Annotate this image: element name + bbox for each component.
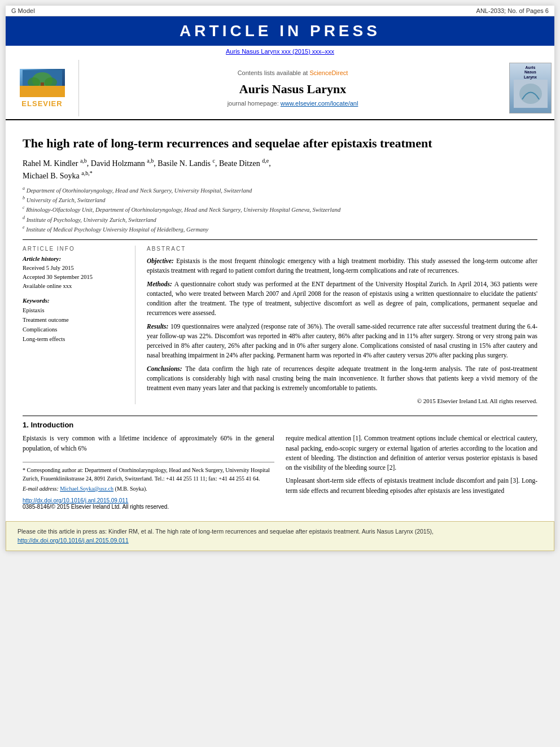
conclusions-label: Conclusions:	[147, 365, 185, 372]
journal-center: Contents lists available at ScienceDirec…	[79, 60, 506, 116]
methods-text: A questionnaire cohort study was perform…	[147, 281, 537, 317]
g-model-label: G Model	[11, 7, 35, 14]
abstract-heading: ABSTRACT	[147, 246, 537, 252]
elsevier-text: ELSEVIER	[21, 99, 62, 108]
footnotes-area: * Corresponding author at: Department of…	[23, 462, 274, 493]
received-date: Received 5 July 2015	[23, 264, 126, 273]
svg-point-4	[28, 77, 40, 88]
article-info-heading: ARTICLE INFO	[23, 246, 126, 252]
citation-link[interactable]: http://dx.doi.org/10.1016/j.anl.2015.09.…	[18, 537, 129, 544]
methods-label: Methods:	[147, 281, 174, 287]
keywords-section: Keywords: Epistaxis Treatment outcome Co…	[23, 297, 126, 344]
thumb-title: AurisNasusLarynx	[524, 65, 537, 80]
journal-thumb-box: AurisNasusLarynx	[509, 63, 552, 113]
accepted-date: Accepted 30 September 2015	[23, 273, 126, 282]
abstract-col: ABSTRACT Objective: Epistaxis is the mos…	[147, 246, 537, 404]
page: G Model ANL-2033; No. of Pages 6 ARTICLE…	[6, 6, 554, 551]
intro-left-col: Epistaxis is very common with a lifetime…	[23, 434, 274, 510]
svg-point-7	[519, 84, 542, 104]
results-label: Results:	[147, 323, 170, 330]
article-in-press-text: ARTICLE IN PRESS	[180, 22, 380, 40]
journal-thumbnail: AurisNasusLarynx	[506, 60, 554, 116]
results-text: 109 questionnaires were analyzed (respon…	[147, 323, 537, 359]
keyword-complications: Complications	[23, 325, 126, 335]
intro-right-para-2: Unpleasant short-term side effects of ep…	[286, 476, 537, 496]
introduction-section: 1. Introduction Epistaxis is very common…	[23, 416, 537, 510]
conclusions-text: The data confirm the high rate of recurr…	[147, 365, 537, 392]
article-content: The high rate of long-term recurrences a…	[6, 120, 554, 516]
article-title: The high rate of long-term recurrences a…	[23, 136, 537, 152]
homepage-url[interactable]: www.elsevier.com/locate/anl	[281, 100, 358, 107]
science-direct-link[interactable]: ScienceDirect	[309, 69, 348, 76]
g-model-bar: G Model ANL-2033; No. of Pages 6	[6, 6, 554, 16]
abstract-methods: Methods: A questionnaire cohort study wa…	[147, 279, 537, 318]
bottom-links: http://dx.doi.org/10.1016/j.anl.2015.09.…	[23, 497, 274, 510]
svg-point-5	[45, 77, 57, 88]
divider-1	[23, 239, 537, 240]
abstract-results: Results: 109 questionnaires were analyze…	[147, 322, 537, 361]
authors-line: Rahel M. Kindler a,b, David Holzmann a,b…	[23, 156, 537, 182]
article-in-press-banner: ARTICLE IN PRESS	[6, 16, 554, 46]
copyright-line: © 2015 Elsevier Ireland Ltd. All rights …	[147, 397, 537, 404]
doi-header-line: Auris Nasus Larynx xxx (2015) xxx–xxx	[6, 46, 554, 57]
keywords-label: Keywords:	[23, 297, 126, 304]
journal-title: Auris Nasus Larynx	[239, 82, 346, 97]
keyword-epistaxis: Epistaxis	[23, 306, 126, 316]
citation-prefix: Please cite this article in press as: Ki…	[18, 528, 434, 535]
contents-line: Contents lists available at ScienceDirec…	[238, 69, 348, 76]
doi-header-link[interactable]: Auris Nasus Larynx xxx (2015) xxx–xxx	[226, 48, 334, 55]
anl-label: ANL-2033; No. of Pages 6	[476, 7, 549, 14]
keyword-treatment: Treatment outcome	[23, 316, 126, 325]
article-info-col: ARTICLE INFO Article history: Received 5…	[23, 246, 135, 404]
journal-header: ELSEVIER Contents lists available at Sci…	[6, 57, 554, 120]
keyword-longterm: Long-term effects	[23, 335, 126, 344]
intro-two-col: Epistaxis is very common with a lifetime…	[23, 434, 537, 510]
journal-cover-image	[514, 80, 548, 108]
available-online: Available online xxx	[23, 282, 126, 291]
email-link[interactable]: Michael.Soyka@usz.ch	[60, 486, 113, 492]
footnote-email: E-mail address: Michael.Soyka@usz.ch (M.…	[23, 484, 274, 493]
issn-line: 0385-8146/© 2015 Elsevier Ireland Ltd. A…	[23, 504, 274, 510]
svg-rect-1	[23, 86, 62, 95]
elsevier-tree-icon	[23, 70, 62, 95]
citation-bar: Please cite this article in press as: Ki…	[6, 521, 554, 552]
footnote-corresponding: * Corresponding author at: Department of…	[23, 466, 274, 483]
homepage-line: journal homepage: www.elsevier.com/locat…	[228, 100, 358, 107]
section-title: 1. Introduction	[23, 421, 537, 429]
objective-text: Epistaxis is the most frequent rhinologi…	[147, 257, 537, 274]
elsevier-logo-box	[20, 69, 65, 97]
affiliations: a Department of Otorhinolaryngology, Hea…	[23, 185, 537, 234]
abstract-objective: Objective: Epistaxis is the most frequen…	[147, 256, 537, 276]
doi-bottom-link[interactable]: http://dx.doi.org/10.1016/j.anl.2015.09.…	[23, 497, 128, 504]
abstract-conclusions: Conclusions: The data confirm the high r…	[147, 364, 537, 394]
two-col-section: ARTICLE INFO Article history: Received 5…	[23, 246, 537, 404]
svg-rect-3	[41, 82, 44, 88]
objective-label: Objective:	[147, 257, 176, 264]
elsevier-logo-area: ELSEVIER	[6, 60, 79, 116]
intro-para-1: Epistaxis is very common with a lifetime…	[23, 434, 274, 453]
doi-bottom: http://dx.doi.org/10.1016/j.anl.2015.09.…	[23, 497, 274, 504]
intro-right-para-1: require medical attention [1]. Common tr…	[286, 434, 537, 473]
article-history-label: Article history:	[23, 255, 126, 262]
intro-right-col: require medical attention [1]. Common tr…	[286, 434, 537, 510]
